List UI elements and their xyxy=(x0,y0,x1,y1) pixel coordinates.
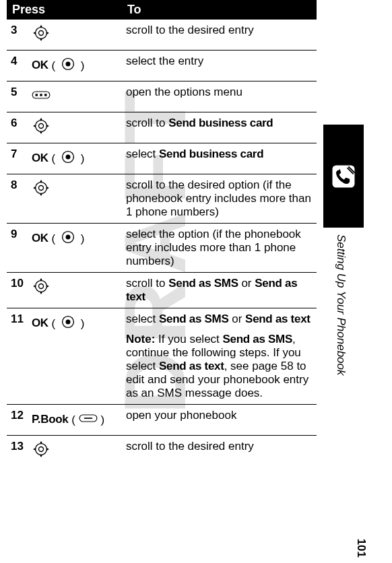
to-cell: scroll to Send as SMS or Send as text xyxy=(122,273,317,308)
step-number: 12 xyxy=(7,405,28,436)
table-row: 5 open the options menu xyxy=(7,81,317,112)
svg-point-20 xyxy=(36,183,47,194)
press-cell xyxy=(28,81,122,112)
to-cell: open the options menu xyxy=(122,81,317,112)
page-number: 101 xyxy=(354,539,368,558)
nav-icon xyxy=(32,440,51,462)
svg-marker-3 xyxy=(40,38,42,41)
svg-marker-22 xyxy=(40,180,42,183)
step-number: 6 xyxy=(7,112,28,143)
press-cell xyxy=(28,20,122,51)
table-row: 4 OK ( ) select the entry xyxy=(7,51,317,81)
col-header-press: Press xyxy=(7,0,122,20)
svg-point-19 xyxy=(65,155,70,160)
press-cell xyxy=(28,112,122,143)
step-number: 7 xyxy=(7,143,28,174)
paren: ) xyxy=(81,59,85,72)
to-cell: scroll to the desired entry xyxy=(122,436,317,467)
step-number: 9 xyxy=(7,224,28,273)
table-row: 13 scroll to the desired entry xyxy=(7,436,317,467)
table-row: 9 OK ( ) select the option (if the phone… xyxy=(7,224,317,273)
svg-point-13 xyxy=(38,124,43,129)
svg-point-1 xyxy=(38,31,43,36)
press-cell xyxy=(28,273,122,308)
press-cell: OK ( ) xyxy=(28,143,122,174)
svg-marker-24 xyxy=(33,187,36,189)
svg-marker-31 xyxy=(40,292,42,294)
step-number: 13 xyxy=(7,436,28,467)
step-number: 5 xyxy=(7,81,28,112)
table-row: 3 scroll to the desired entry xyxy=(7,20,317,51)
softkey-icon xyxy=(79,409,98,431)
to-cell: select Send as SMS or Send as text Note:… xyxy=(122,308,317,405)
svg-point-7 xyxy=(65,62,70,67)
svg-marker-14 xyxy=(40,118,42,121)
section-title-vertical: Setting Up Your Phonebook xyxy=(335,234,352,477)
svg-marker-33 xyxy=(46,285,49,288)
svg-rect-9 xyxy=(36,94,38,96)
svg-marker-16 xyxy=(33,125,36,127)
svg-marker-40 xyxy=(40,441,42,444)
ok-label: OK xyxy=(32,152,48,164)
select-icon xyxy=(59,312,77,335)
select-icon xyxy=(59,55,77,77)
table-row: 12 P.Book ( ) open your phonebook xyxy=(7,405,317,436)
section-tab xyxy=(323,125,364,228)
press-cell: OK ( ) xyxy=(28,308,122,405)
svg-point-39 xyxy=(38,447,43,452)
nav-icon xyxy=(32,24,51,46)
svg-point-35 xyxy=(65,320,70,325)
nav-icon xyxy=(32,178,51,201)
to-cell: scroll to the desired entry xyxy=(122,20,317,51)
svg-marker-42 xyxy=(33,448,36,451)
svg-marker-32 xyxy=(33,285,36,288)
instruction-table: Press To 3 scroll to the desired entry 4… xyxy=(7,0,317,466)
table-row: 7 OK ( ) select Send business card xyxy=(7,143,317,174)
to-cell: open your phonebook xyxy=(122,405,317,436)
step-number: 3 xyxy=(7,20,28,51)
svg-marker-41 xyxy=(40,455,42,457)
svg-point-29 xyxy=(38,284,43,289)
svg-marker-23 xyxy=(40,193,42,196)
svg-marker-25 xyxy=(46,187,49,189)
step-number: 10 xyxy=(7,273,28,308)
ok-label: OK xyxy=(32,59,48,71)
nav-icon xyxy=(32,117,51,139)
col-header-to: To xyxy=(122,0,317,20)
select-icon xyxy=(59,228,77,250)
pbook-label: P.Book xyxy=(32,413,69,426)
svg-marker-5 xyxy=(46,32,49,34)
to-cell: scroll to Send business card xyxy=(122,112,317,143)
ok-label: OK xyxy=(32,232,48,244)
svg-point-28 xyxy=(36,281,47,292)
nav-icon xyxy=(32,277,51,299)
step-number: 8 xyxy=(7,174,28,224)
to-cell: select the option (if the phonebook entr… xyxy=(122,224,317,273)
svg-marker-2 xyxy=(40,25,42,28)
phone-icon xyxy=(329,162,358,191)
svg-point-0 xyxy=(36,28,47,39)
to-cell: scroll to the desired option (if the pho… xyxy=(122,174,317,224)
step-number: 4 xyxy=(7,51,28,81)
svg-point-27 xyxy=(65,235,70,240)
press-cell: OK ( ) xyxy=(28,224,122,273)
svg-marker-4 xyxy=(33,32,36,34)
table-row: 10 scroll to Send as SMS or Send as text xyxy=(7,273,317,308)
svg-marker-17 xyxy=(46,125,49,127)
note-label: Note: xyxy=(126,333,155,345)
svg-marker-30 xyxy=(40,278,42,281)
svg-rect-10 xyxy=(40,94,42,96)
to-cell: select the entry xyxy=(122,51,317,81)
press-cell xyxy=(28,436,122,467)
select-icon xyxy=(59,147,77,170)
table-row: 11 OK ( ) select Send as SMS or Send as … xyxy=(7,308,317,405)
ok-label: OK xyxy=(32,317,48,329)
table-row: 8 scroll to the desired option (if the p… xyxy=(7,174,317,224)
press-cell: OK ( ) xyxy=(28,51,122,81)
to-cell: select Send business card xyxy=(122,143,317,174)
svg-marker-43 xyxy=(46,448,49,451)
paren: ( xyxy=(52,59,56,72)
svg-marker-15 xyxy=(40,131,42,134)
menu-icon xyxy=(32,86,51,108)
press-cell xyxy=(28,174,122,224)
